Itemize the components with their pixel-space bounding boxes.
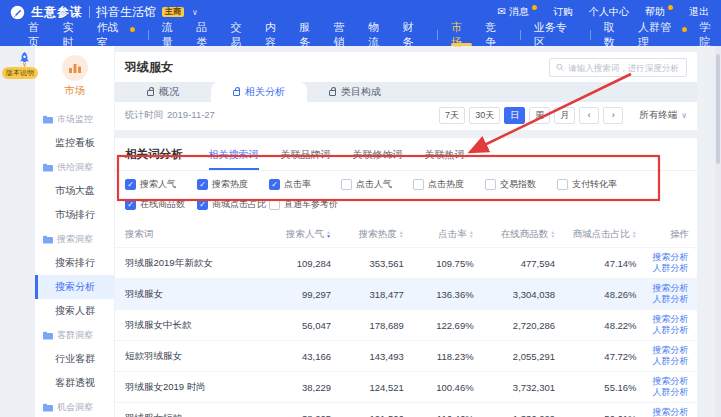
sidebar-item[interactable]: 市场大盘	[35, 179, 114, 203]
utility-label: 帮助	[645, 6, 665, 18]
sidebar-item[interactable]: 搜索分析	[35, 275, 114, 299]
sort-icon[interactable]: ▲▼	[632, 230, 637, 238]
nav-item[interactable]: 流量	[162, 24, 183, 46]
date-range-button[interactable]: 周	[529, 107, 550, 124]
search-box[interactable]	[549, 58, 687, 77]
notification-dot	[532, 5, 537, 10]
sidebar-item[interactable]: 监控看板	[35, 131, 114, 155]
nav-item[interactable]: 物流	[368, 24, 389, 46]
nav-item[interactable]: 服务	[299, 24, 320, 46]
table-row[interactable]: 短款羽绒服女43,166143,493118.23%2,055,29147.72…	[115, 341, 697, 372]
action-link[interactable]: 人群分析	[653, 263, 687, 274]
tab-item[interactable]: 类目构成	[307, 82, 403, 102]
nav-item[interactable]: 营销	[334, 24, 355, 46]
nav-item[interactable]: 品类	[196, 24, 217, 46]
nav-item[interactable]: 竞争	[485, 24, 506, 46]
nav-item[interactable]: 人群管理	[638, 24, 687, 46]
section-tab[interactable]: 关联修饰词	[353, 148, 403, 170]
sidebar-item[interactable]: 行业客群	[35, 347, 114, 371]
sidebar-item[interactable]: 客群透视	[35, 371, 114, 395]
utility-item[interactable]: 帮助	[645, 6, 673, 18]
date-range-button[interactable]: 月	[554, 107, 575, 124]
pager-prev-button[interactable]: ‹	[579, 107, 599, 124]
sort-icon[interactable]: ▲▼	[326, 230, 331, 238]
action-link[interactable]: 搜索分析	[653, 314, 687, 325]
metric-checkbox[interactable]: ✓搜索人气	[125, 178, 197, 191]
sidebar-item[interactable]: 市场排行	[35, 203, 114, 227]
section-tab-active[interactable]: 相关搜索词	[209, 148, 259, 170]
action-link[interactable]: 搜索分析	[653, 345, 687, 356]
utility-item[interactable]: ✉消息	[498, 6, 537, 18]
search-input[interactable]	[568, 63, 680, 73]
metric-checkbox[interactable]: ✓商城点击占比	[197, 198, 269, 211]
action-link[interactable]: 人群分析	[653, 325, 687, 336]
column-header[interactable]: 搜索热度▲▼	[339, 222, 412, 248]
sidebar-item[interactable]: 搜索人群	[35, 299, 114, 323]
section-tab[interactable]: 关联品牌词	[281, 148, 331, 170]
action-link[interactable]: 人群分析	[653, 356, 687, 367]
column-header[interactable]: 商城点击占比▲▼	[563, 222, 644, 248]
column-header[interactable]: 点击率▲▼	[412, 222, 482, 248]
nav-item[interactable]: 学院	[700, 24, 721, 46]
sort-icon[interactable]: ▲▼	[469, 230, 474, 238]
table-row[interactable]: 羽绒服女2019 时尚38,229124,521100.46%3,732,301…	[115, 372, 697, 403]
table-head-row: 搜索词搜索人气▲▼搜索热度▲▼点击率▲▼在线商品数▲▼商城点击占比▲▼操作	[115, 222, 697, 248]
pager-next-button[interactable]: ›	[603, 107, 623, 124]
nav-item[interactable]: 首页	[28, 24, 49, 46]
section-tab[interactable]: 关联热词	[425, 148, 465, 170]
utility-item[interactable]: 订购	[553, 6, 573, 18]
nav-item[interactable]: 市场	[451, 24, 472, 46]
action-link[interactable]: 搜索分析	[653, 252, 687, 263]
date-range-button[interactable]: 30天	[469, 107, 500, 124]
tab-item[interactable]: 概况	[115, 82, 211, 102]
column-header[interactable]: 在线商品数▲▼	[482, 222, 563, 248]
action-link[interactable]: 人群分析	[653, 387, 687, 398]
terminal-filter[interactable]: 所有终端∨	[639, 109, 687, 122]
metric-checkbox[interactable]: 交易指数	[485, 178, 557, 191]
table-row[interactable]: 羽绒服女中长款56,047178,689122.69%2,720,28648.2…	[115, 310, 697, 341]
metric-checkbox[interactable]: 直通车参考价	[269, 198, 341, 211]
nav-item[interactable]: 业务专区	[534, 24, 577, 46]
sidebar-module[interactable]: 市场	[35, 46, 114, 102]
action-link[interactable]: 搜索分析	[653, 283, 687, 294]
nav-divider	[437, 30, 438, 40]
nav-item[interactable]: 财务	[403, 24, 424, 46]
nav-item[interactable]: 内容	[265, 24, 286, 46]
tab-active[interactable]: 相关分析	[211, 82, 307, 102]
table-row[interactable]: 羽绒服女短款38,205121,506116.46%1,336,22950.61…	[115, 403, 697, 417]
table-row[interactable]: 羽绒服2019年新款女109,284353,561109.75%477,5944…	[115, 248, 697, 279]
column-header[interactable]: 搜索人气▲▼	[266, 222, 339, 248]
scrollbar-thumb[interactable]	[716, 54, 720, 164]
date-range-button[interactable]: 日	[504, 107, 525, 124]
metric-checkbox[interactable]: ✓点击率	[269, 178, 341, 191]
nav-item[interactable]: 作战室	[97, 24, 135, 46]
sidebar-item[interactable]: 搜索排行	[35, 251, 114, 275]
brand[interactable]: 生意参谋 抖音生活馆 主商 ∨	[10, 4, 198, 21]
checkbox-icon	[485, 179, 496, 190]
metric-checkbox[interactable]: ✓搜索热度	[197, 178, 269, 191]
value-cell: 109.75%	[412, 248, 482, 279]
lock-icon	[147, 90, 154, 96]
metric-checkbox[interactable]: 点击人气	[341, 178, 413, 191]
nav-item[interactable]: 交易	[231, 24, 252, 46]
utility-item[interactable]: 个人中心	[589, 6, 629, 18]
chevron-down-icon[interactable]: ∨	[192, 8, 198, 17]
metric-checkbox[interactable]: 点击热度	[413, 178, 485, 191]
sidebar-menu: 市场监控监控看板供给洞察市场大盘市场排行搜索洞察搜索排行搜索分析搜索人群客群洞察…	[35, 107, 114, 417]
search-icon	[556, 63, 564, 72]
action-link[interactable]: 人群分析	[653, 294, 687, 305]
action-link[interactable]: 搜索分析	[653, 376, 687, 387]
action-link[interactable]: 搜索分析	[653, 407, 687, 417]
date-range-button[interactable]: 7天	[439, 107, 465, 124]
sort-icon[interactable]: ▲▼	[550, 230, 555, 238]
utility-item[interactable]: 退出	[689, 6, 709, 18]
metric-checkbox[interactable]: ✓在线商品数	[125, 198, 197, 211]
version-note-badge[interactable]: 版本说明	[2, 67, 38, 79]
shop-badge: 主商	[162, 7, 184, 17]
nav-item[interactable]: 取数	[604, 24, 625, 46]
table-row[interactable]: 羽绒服女99,297318,477136.36%3,304,03848.26%搜…	[115, 279, 697, 310]
sort-icon[interactable]: ▲▼	[399, 230, 404, 238]
metric-checkbox[interactable]: 支付转化率	[557, 178, 629, 191]
scrollbar[interactable]	[715, 46, 721, 417]
nav-item[interactable]: 实时	[62, 24, 83, 46]
